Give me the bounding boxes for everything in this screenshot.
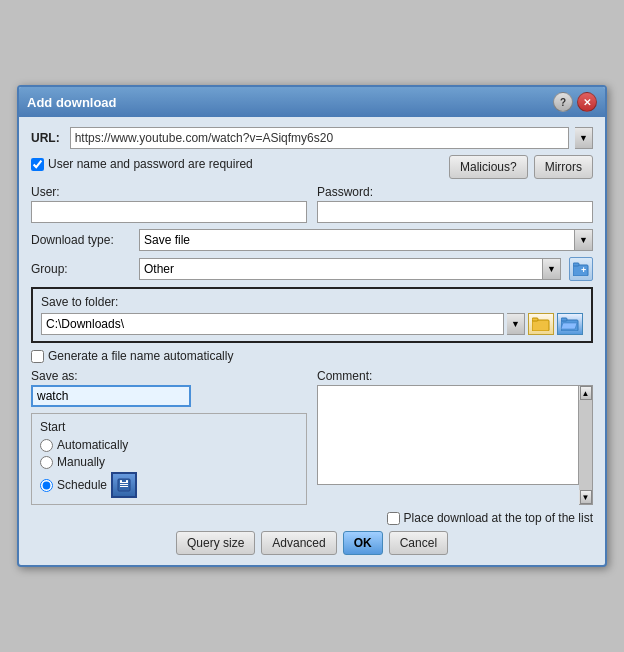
svg-rect-6: [561, 318, 567, 321]
url-dropdown-btn[interactable]: ▼: [575, 127, 593, 149]
place-top-label: Place download at the top of the list: [404, 511, 593, 525]
right-section: Comment: ▲ ▼: [317, 369, 593, 505]
place-top-row: Place download at the top of the list: [31, 511, 593, 525]
download-type-select[interactable]: [139, 229, 575, 251]
svg-rect-12: [120, 480, 122, 483]
svg-rect-10: [120, 484, 128, 485]
schedule-icon: [117, 478, 131, 492]
download-type-label: Download type:: [31, 233, 131, 247]
manually-radio-row: Manually: [40, 455, 298, 469]
manually-label: Manually: [57, 455, 105, 469]
scrollbar-down-btn[interactable]: ▼: [580, 490, 592, 504]
save-folder-box: Save to folder: ▼: [31, 287, 593, 343]
schedule-row: Schedule: [40, 472, 298, 498]
help-button[interactable]: ?: [553, 92, 573, 112]
folder-dropdown-arrow[interactable]: ▼: [507, 313, 525, 335]
download-type-arrow[interactable]: ▼: [575, 229, 593, 251]
advanced-button[interactable]: Advanced: [261, 531, 336, 555]
user-field-group: User:: [31, 185, 307, 223]
scrollbar-track[interactable]: [579, 400, 592, 490]
window-title: Add download: [27, 95, 117, 110]
ok-button[interactable]: OK: [343, 531, 383, 555]
mirrors-button[interactable]: Mirrors: [534, 155, 593, 179]
credentials-checkbox[interactable]: [31, 158, 44, 171]
group-select[interactable]: [139, 258, 543, 280]
comment-textarea[interactable]: [317, 385, 579, 485]
download-type-select-wrapper: ▼: [139, 229, 593, 251]
credentials-label: User name and password are required: [48, 157, 253, 171]
comment-area-wrapper: ▲ ▼: [317, 385, 593, 505]
save-as-label: Save as:: [31, 369, 307, 383]
start-group: Start Automatically Manually Schedule: [31, 413, 307, 505]
open-folder-icon: [561, 317, 579, 331]
svg-rect-1: [573, 263, 579, 266]
query-size-button[interactable]: Query size: [176, 531, 255, 555]
svg-rect-11: [120, 486, 128, 487]
folder-input-row: ▼: [41, 313, 583, 335]
auto-radio-row: Automatically: [40, 438, 298, 452]
schedule-radio[interactable]: [40, 479, 53, 492]
url-input[interactable]: [70, 127, 569, 149]
url-label: URL:: [31, 131, 60, 145]
close-button[interactable]: ✕: [577, 92, 597, 112]
bottom-section: Save as: Start Automatically Manually: [31, 369, 593, 505]
group-row: Group: ▼ +: [31, 257, 593, 281]
user-label: User:: [31, 185, 307, 199]
malicious-button[interactable]: Malicious?: [449, 155, 528, 179]
title-bar-controls: ? ✕: [553, 92, 597, 112]
schedule-label: Schedule: [57, 478, 107, 492]
browse-folder-icon: [532, 317, 550, 331]
dialog-content: URL: ▼ User name and password are requir…: [19, 117, 605, 565]
action-buttons: Query size Advanced OK Cancel: [31, 531, 593, 555]
cancel-button[interactable]: Cancel: [389, 531, 448, 555]
comment-scrollbar: ▲ ▼: [579, 385, 593, 505]
save-folder-label: Save to folder:: [41, 295, 583, 309]
svg-text:+: +: [581, 265, 586, 275]
svg-rect-13: [126, 480, 128, 483]
credentials-checkbox-row: User name and password are required: [31, 157, 253, 171]
password-label: Password:: [317, 185, 593, 199]
auto-label: Automatically: [57, 438, 128, 452]
comment-label: Comment:: [317, 369, 593, 383]
group-label: Group:: [31, 262, 131, 276]
password-input[interactable]: [317, 201, 593, 223]
scrollbar-up-btn[interactable]: ▲: [580, 386, 592, 400]
add-group-button[interactable]: +: [569, 257, 593, 281]
folder-path-input[interactable]: [41, 313, 504, 335]
generate-filename-row: Generate a file name automatically: [31, 349, 593, 363]
add-group-icon: +: [573, 262, 589, 276]
svg-marker-7: [561, 323, 577, 329]
open-folder-button[interactable]: [557, 313, 583, 335]
save-as-row: Save as:: [31, 369, 307, 407]
group-select-arrow[interactable]: ▼: [543, 258, 561, 280]
generate-filename-label: Generate a file name automatically: [48, 349, 233, 363]
generate-filename-checkbox[interactable]: [31, 350, 44, 363]
svg-rect-4: [532, 318, 538, 321]
svg-rect-3: [532, 320, 549, 331]
left-section: Save as: Start Automatically Manually: [31, 369, 307, 505]
user-input[interactable]: [31, 201, 307, 223]
browse-folder-button[interactable]: [528, 313, 554, 335]
place-top-checkbox[interactable]: [387, 512, 400, 525]
title-bar: Add download ? ✕: [19, 87, 605, 117]
download-type-row: Download type: ▼: [31, 229, 593, 251]
schedule-button[interactable]: [111, 472, 137, 498]
password-field-group: Password:: [317, 185, 593, 223]
start-group-label: Start: [40, 420, 298, 434]
add-download-dialog: Add download ? ✕ URL: ▼ User name and pa…: [17, 85, 607, 567]
save-as-input[interactable]: [31, 385, 191, 407]
url-row: URL: ▼: [31, 127, 593, 149]
manually-radio[interactable]: [40, 456, 53, 469]
group-select-wrapper: ▼: [139, 258, 561, 280]
auto-radio[interactable]: [40, 439, 53, 452]
user-pass-row: User: Password:: [31, 185, 593, 223]
